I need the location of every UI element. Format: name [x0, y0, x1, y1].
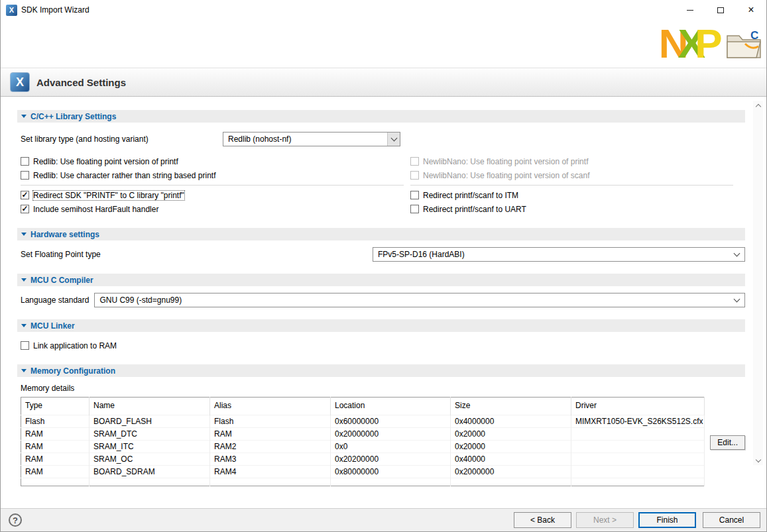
- collapse-arrow-icon: [21, 233, 27, 236]
- folder-c-letter: C: [750, 29, 758, 42]
- checkbox-column-right: NewlibNano: Use floating point version o…: [410, 154, 740, 216]
- floating-point-value: FPv5-SP-D16 (HardABI): [378, 250, 465, 259]
- checkbox-newlibnano-float-scanf[interactable]: NewlibNano: Use floating point version o…: [410, 168, 740, 182]
- language-standard-select[interactable]: GNU C99 (-std=gnu99): [94, 293, 745, 307]
- checkbox-box: [410, 171, 419, 180]
- floating-point-label: Set Floating Point type: [21, 250, 101, 259]
- logo-strip: NXP C: [1, 20, 766, 68]
- memory-row[interactable]: Flash BOARD_FLASH Flash 0x60000000 0x400…: [21, 415, 705, 428]
- c-folder-icon: C: [725, 28, 762, 60]
- chevron-down-icon: [734, 296, 740, 303]
- checkbox-box: [21, 205, 29, 213]
- library-checkbox-grid: Redlib: Use floating point version of pr…: [17, 154, 745, 216]
- wizard-header: X Advanced Settings: [1, 68, 766, 97]
- wizard-footer: ? < Back Next > Finish Cancel: [1, 508, 766, 531]
- footer-buttons: < Back Next > Finish Cancel: [514, 512, 760, 528]
- help-icon: ?: [13, 515, 18, 525]
- minimize-button[interactable]: [675, 0, 705, 20]
- checkbox-newlibnano-float-printf[interactable]: NewlibNano: Use floating point version o…: [410, 154, 740, 168]
- language-standard-row: Language standard GNU C99 (-std=gnu99): [17, 293, 745, 307]
- cancel-button[interactable]: Cancel: [703, 512, 760, 528]
- collapse-arrow-icon: [21, 324, 27, 327]
- checkbox-semihost-hardfault[interactable]: Include semihost HardFault handler: [21, 202, 410, 216]
- page-title: Advanced Settings: [36, 77, 126, 88]
- chevron-up-icon: [755, 104, 760, 109]
- checkbox-box: [21, 341, 29, 350]
- library-type-label: Set library type (and hosting variant): [21, 134, 223, 144]
- checkbox-box: [21, 157, 29, 166]
- library-type-row: Set library type (and hosting variant) R…: [17, 132, 745, 146]
- chevron-down-icon: [734, 250, 740, 257]
- column-header-location[interactable]: Location: [331, 398, 451, 415]
- column-header-name[interactable]: Name: [89, 398, 210, 415]
- maximize-button[interactable]: [705, 0, 736, 20]
- sdk-import-wizard-window: X SDK Import Wizard × NXP C X Advanced S…: [0, 0, 767, 532]
- column-header-size[interactable]: Size: [451, 398, 571, 415]
- collapse-arrow-icon: [21, 369, 27, 372]
- checkbox-box: [410, 157, 419, 166]
- linker-options: Link application to RAM: [17, 339, 745, 352]
- section-mcu-c-compiler[interactable]: MCU C Compiler: [17, 274, 745, 286]
- close-button[interactable]: ×: [736, 0, 766, 20]
- advanced-settings-icon: X: [10, 72, 30, 92]
- help-button[interactable]: ?: [9, 513, 22, 527]
- minimize-icon: [687, 10, 693, 11]
- nxp-letter-p: P: [695, 23, 720, 64]
- checkbox-box: [21, 171, 29, 180]
- finish-button[interactable]: Finish: [638, 512, 696, 528]
- back-button[interactable]: < Back: [514, 512, 571, 528]
- checkbox-redirect-sdk-printf[interactable]: Redirect SDK "PRINTF" to C library "prin…: [21, 188, 410, 202]
- edit-column: Edit...: [710, 397, 745, 450]
- checkbox-redlib-float-printf[interactable]: Redlib: Use floating point version of pr…: [21, 154, 410, 168]
- scroll-up-button[interactable]: [753, 101, 763, 111]
- checkbox-box: [410, 205, 419, 213]
- memory-row[interactable]: RAM SRAM_OC RAM3 0x20200000 0x40000: [21, 453, 705, 466]
- section-library-settings[interactable]: C/C++ Library Settings: [17, 110, 745, 123]
- divider: [21, 185, 404, 186]
- language-standard-label: Language standard: [21, 295, 89, 305]
- vertical-scrollbar[interactable]: [753, 101, 763, 465]
- app-icon: X: [6, 5, 17, 16]
- divider: [410, 185, 733, 186]
- memory-details-label: Memory details: [17, 384, 745, 393]
- scroll-down-button[interactable]: [753, 455, 763, 465]
- maximize-icon: [717, 7, 724, 13]
- memory-row[interactable]: RAM SRAM_DTC RAM 0x20000000 0x20000: [21, 428, 705, 441]
- library-type-value: Redlib (nohost-nf): [228, 134, 291, 144]
- floating-point-row: Set Floating Point type FPv5-SP-D16 (Har…: [17, 247, 745, 262]
- chevron-down-icon: [390, 135, 397, 142]
- language-standard-value: GNU C99 (-std=gnu99): [99, 295, 182, 305]
- memory-row[interactable]: RAM BOARD_SDRAM RAM4 0x80000000 0x200000…: [21, 466, 705, 478]
- checkbox-box: [410, 191, 419, 199]
- checkbox-column-left: Redlib: Use floating point version of pr…: [21, 154, 410, 216]
- titlebar: X SDK Import Wizard ×: [1, 0, 766, 20]
- memory-row-empty[interactable]: [21, 478, 705, 486]
- collapse-arrow-icon: [21, 278, 27, 282]
- edit-button[interactable]: Edit...: [710, 435, 745, 450]
- section-mcu-linker[interactable]: MCU Linker: [17, 319, 745, 332]
- section-hardware-settings[interactable]: Hardware settings: [17, 228, 745, 240]
- combo-arrow-button[interactable]: [387, 133, 400, 146]
- checkbox-link-to-ram[interactable]: Link application to RAM: [21, 339, 745, 352]
- checkbox-redlib-char-printf[interactable]: Redlib: Use character rather than string…: [21, 168, 410, 182]
- chevron-down-icon: [755, 456, 760, 462]
- memory-row[interactable]: RAM SRAM_ITC RAM2 0x0 0x20000: [21, 441, 705, 453]
- column-header-alias[interactable]: Alias: [210, 398, 331, 415]
- next-button[interactable]: Next >: [576, 512, 634, 528]
- settings-content: C/C++ Library Settings Set library type …: [1, 110, 766, 486]
- checkbox-redirect-itm[interactable]: Redirect printf/scanf to ITM: [410, 188, 740, 202]
- column-header-type[interactable]: Type: [21, 398, 89, 415]
- collapse-arrow-icon: [21, 115, 27, 118]
- checkbox-redirect-uart[interactable]: Redirect printf/scanf to UART: [410, 202, 740, 216]
- nxp-logo: NXP C: [659, 20, 762, 68]
- library-type-select[interactable]: Redlib (nohost-nf): [223, 132, 400, 146]
- column-header-driver[interactable]: Driver: [571, 398, 705, 415]
- memory-table-header: Type Name Alias Location Size Driver: [21, 398, 705, 415]
- window-title: SDK Import Wizard: [21, 5, 89, 15]
- floating-point-select[interactable]: FPv5-SP-D16 (HardABI): [373, 247, 745, 262]
- section-memory-configuration[interactable]: Memory Configuration: [17, 364, 745, 377]
- memory-table[interactable]: Type Name Alias Location Size Driver Fla…: [21, 397, 705, 486]
- window-controls: ×: [675, 0, 766, 20]
- close-icon: ×: [748, 5, 754, 15]
- memory-area: Type Name Alias Location Size Driver Fla…: [17, 397, 745, 486]
